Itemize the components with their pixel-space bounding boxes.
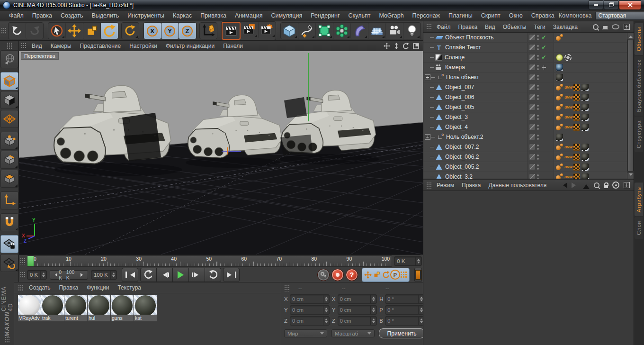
move-tool-button[interactable] <box>65 23 83 39</box>
layer-override-toggle[interactable] <box>529 114 535 120</box>
object-name[interactable]: Object_006 <box>445 94 528 100</box>
darktex-tag-icon[interactable] <box>581 163 589 171</box>
menu-item[interactable]: Привязка <box>196 10 231 21</box>
object-name[interactable]: Object_4 <box>445 124 528 130</box>
object-name[interactable]: Камера <box>445 64 528 71</box>
record-key-button[interactable] <box>317 269 330 281</box>
visibility-dots-toggle[interactable] <box>537 115 539 117</box>
make-editable-button[interactable] <box>0 50 18 68</box>
viewport-menu-item[interactable]: Фильтр индикации <box>161 43 219 49</box>
filter-icon[interactable] <box>612 24 619 29</box>
visibility-dots-toggle[interactable] <box>537 145 539 146</box>
expand-toggle[interactable] <box>425 85 429 90</box>
history-back-icon[interactable] <box>560 182 567 188</box>
visibility-dots-toggle[interactable] <box>537 135 539 136</box>
menu-item[interactable]: Справка <box>527 10 559 21</box>
viewport-canvas[interactable]: X Y Z <box>19 51 423 254</box>
material-name[interactable]: hul <box>88 315 110 321</box>
workplane-lock-button[interactable] <box>0 235 18 253</box>
object-name[interactable]: Object_006.2 <box>445 154 528 160</box>
visibility-dots-toggle[interactable] <box>537 55 539 57</box>
material-menu-item[interactable]: Функции <box>82 284 113 291</box>
add-cube-button[interactable] <box>281 23 298 39</box>
render-picture-viewer-button[interactable] <box>241 22 258 38</box>
object-name[interactable]: Солнце <box>445 54 528 61</box>
visibility-dots-toggle[interactable] <box>537 65 539 67</box>
object-manager-menu-item[interactable]: Вид <box>481 24 499 30</box>
menu-item[interactable]: Каркас <box>169 10 196 21</box>
expand-toggle[interactable] <box>425 174 429 179</box>
axis-mode-button[interactable] <box>0 191 18 209</box>
live-select-button[interactable] <box>48 23 65 39</box>
object-row[interactable]: Object_3 <box>423 112 634 122</box>
coord-system-button[interactable] <box>200 23 217 39</box>
enable-state-icon[interactable] <box>541 74 547 81</box>
object-manager-menu-item[interactable]: Закладка <box>549 24 581 30</box>
expand-toggle[interactable] <box>425 65 429 70</box>
layer-override-toggle[interactable] <box>529 174 535 180</box>
viewport-grip[interactable] <box>21 43 27 49</box>
menu-item[interactable]: Окно <box>505 10 527 21</box>
menu-item[interactable]: Персонаж <box>408 10 444 21</box>
menu-item[interactable]: Выделить <box>87 10 123 21</box>
add-camera-button[interactable] <box>385 23 403 39</box>
viewport-menu-item[interactable]: Вид <box>27 43 46 49</box>
layer-override-toggle[interactable] <box>529 154 535 160</box>
checker-tag-icon[interactable] <box>573 94 580 101</box>
enable-state-icon[interactable] <box>541 163 547 170</box>
uvw-tag-icon[interactable] <box>564 94 572 101</box>
search-icon[interactable] <box>594 182 599 188</box>
pan-view-icon[interactable] <box>384 43 390 49</box>
goto-start-button[interactable] <box>122 268 138 282</box>
visibility-dots-toggle[interactable] <box>537 125 539 127</box>
uvw-tag-icon[interactable] <box>564 173 572 180</box>
visibility-dots-toggle[interactable] <box>537 85 539 87</box>
menu-item[interactable]: Плагины <box>444 10 477 21</box>
menu-item[interactable]: MoGraph <box>375 10 408 21</box>
phong-tag-icon[interactable] <box>556 84 563 91</box>
add-array-button[interactable] <box>333 23 350 39</box>
uvw-tag-icon[interactable] <box>564 84 572 91</box>
previous-frame-button[interactable] <box>157 268 173 282</box>
attribute-manager-menu-item[interactable]: Правка <box>458 182 485 189</box>
side-tab[interactable]: Слои <box>635 217 643 239</box>
expand-toggle[interactable] <box>425 45 429 50</box>
size-field[interactable]: 0 cm <box>338 305 377 315</box>
object-row[interactable]: Объект Плоскость <box>423 33 634 43</box>
expand-toggle[interactable] <box>425 74 430 80</box>
layer-override-toggle[interactable] <box>529 144 535 150</box>
visibility-dots-toggle[interactable] <box>537 35 539 37</box>
darktex-tag-icon[interactable] <box>581 94 589 101</box>
range-left-arrow-icon[interactable] <box>53 273 57 277</box>
menu-item[interactable]: Скрипт <box>477 10 505 21</box>
preview-range-slider[interactable]: 0 K 100 K <box>50 270 88 280</box>
uvw-tag-icon[interactable] <box>564 154 572 161</box>
expand-toggle[interactable] <box>425 164 429 169</box>
coord-system-dropdown[interactable]: Мир <box>284 329 327 337</box>
object-name[interactable]: Сплайн Текст <box>445 44 528 51</box>
gear-tag-icon[interactable] <box>564 54 572 61</box>
object-manager-menu-item[interactable]: Теги <box>530 24 549 30</box>
layer-override-toggle[interactable] <box>529 134 535 140</box>
history-forward-icon[interactable] <box>572 182 579 188</box>
checker-tag-icon[interactable] <box>573 124 580 131</box>
viewport-menu-item[interactable]: Панели <box>219 43 247 49</box>
viewport-menu-item[interactable]: Настройки <box>125 43 161 49</box>
spinner-arrows-icon[interactable] <box>323 295 329 303</box>
add-light-button[interactable] <box>403 23 420 39</box>
layer-override-toggle[interactable] <box>529 164 535 170</box>
menu-item[interactable]: Рендеринг <box>306 10 344 21</box>
side-tab[interactable]: Браузер библиотек <box>635 56 643 116</box>
darktex-tag-icon[interactable] <box>581 104 589 111</box>
workplane-align-button[interactable] <box>0 254 18 272</box>
phong-tag-icon[interactable] <box>556 154 563 161</box>
render-settings-button[interactable] <box>258 22 276 38</box>
expand-toggle[interactable] <box>425 134 430 140</box>
leftstrip-grip[interactable] <box>7 42 12 49</box>
expand-toggle[interactable] <box>425 154 429 159</box>
checker-tag-icon[interactable] <box>573 173 580 180</box>
goto-end-button[interactable] <box>223 268 240 282</box>
object-row[interactable]: Солнце <box>423 53 634 63</box>
key-position-button[interactable] <box>363 269 372 281</box>
layer-override-toggle[interactable] <box>529 54 535 60</box>
